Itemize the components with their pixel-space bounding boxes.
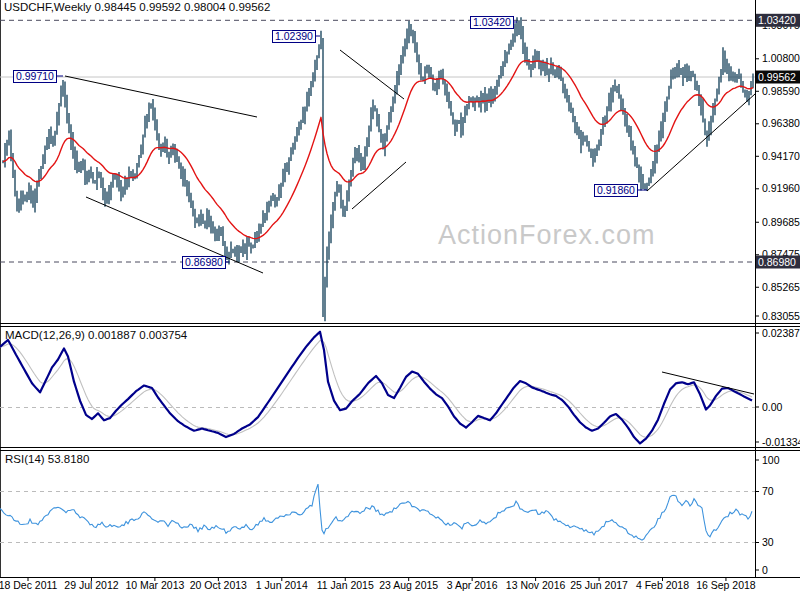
current-price-tag: 0.99562 — [756, 71, 800, 84]
price-annotation[interactable]: 1.02390 — [272, 30, 316, 43]
trendline[interactable] — [352, 162, 406, 209]
rsi-label: RSI(14) 53.8180 — [5, 453, 89, 465]
price-annotation[interactable]: 0.91860 — [594, 184, 638, 197]
macd-label: MACD(12,26,9) 0.001887 0.003754 — [5, 329, 187, 341]
macd-axis-label: 0.00 — [762, 401, 783, 413]
trendline[interactable] — [65, 76, 257, 117]
macd-signal-line — [0, 341, 752, 438]
axis-tick-label: 1.00800 — [762, 52, 800, 64]
moving-average-line — [3, 61, 753, 239]
axis-tick-label: 0.89685 — [762, 216, 800, 228]
axis-tick-label: 0.94170 — [762, 150, 800, 162]
axis-tick-label: 0.96380 — [762, 117, 800, 129]
price-tag-text: 0.86980 — [758, 256, 796, 268]
macd-axis-label: 0.023873 — [762, 327, 800, 339]
price-bars — [3, 17, 753, 321]
trendline[interactable] — [340, 50, 404, 99]
rsi-axis-label: 0 — [762, 564, 768, 576]
price-tag-text: 1.03420 — [758, 14, 796, 26]
price-annotation[interactable]: 0.99710 — [13, 70, 57, 83]
chart-canvas[interactable]: 1.030751.008000.985900.963800.941700.919… — [0, 0, 800, 600]
watermark: ActionForex.com — [438, 220, 656, 251]
rsi-axis-label: 70 — [762, 485, 774, 497]
level-price-tag: 0.86980 — [756, 256, 800, 269]
level-price-tag: 1.03420 — [756, 14, 800, 27]
axis-tick-label: 0.98590 — [762, 85, 800, 97]
rsi-axis-label: 100 — [762, 454, 780, 466]
price-annotation[interactable]: 1.03420 — [470, 16, 514, 29]
rsi-line — [0, 484, 752, 540]
trading-chart: 1.030751.008000.985900.963800.941700.919… — [0, 0, 800, 600]
price-tag-text: 0.99562 — [758, 71, 796, 83]
axis-tick-label: 0.91960 — [762, 182, 800, 194]
chart-title: USDCHF,Weekly 0.98445 0.99592 0.98004 0.… — [4, 1, 270, 13]
price-annotation[interactable]: 0.86980 — [182, 256, 226, 269]
rsi-axis-label: 30 — [762, 536, 774, 548]
axis-tick-label: 0.83055 — [762, 310, 800, 322]
macd-main-line — [0, 332, 752, 444]
date-label: 18 Dec 2011 — [0, 579, 58, 591]
macd-axis-label: -0.013346 — [762, 436, 800, 448]
axis-tick-label: 0.85265 — [762, 281, 800, 293]
